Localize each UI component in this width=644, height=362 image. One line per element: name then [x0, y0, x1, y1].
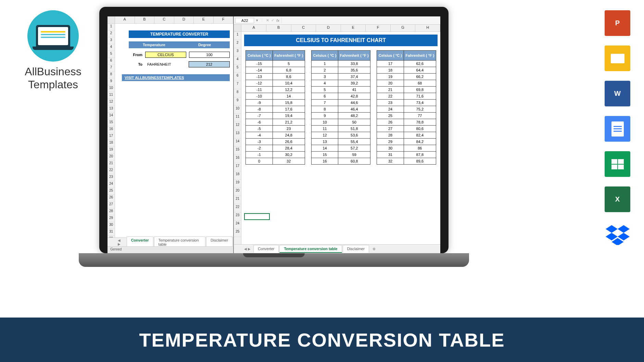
row-header[interactable]: 12 — [108, 99, 115, 106]
fx-icon[interactable]: fx — [276, 18, 279, 23]
sheet-tab[interactable]: Temperature conversion table — [279, 245, 342, 253]
table-row[interactable]: 3086 — [377, 145, 436, 152]
formula-input[interactable] — [281, 17, 439, 24]
row-header[interactable]: 2 — [234, 40, 241, 48]
row-header[interactable]: 13 — [108, 106, 115, 113]
column-header[interactable]: D — [316, 25, 341, 31]
row-header[interactable]: 19 — [234, 180, 241, 188]
column-header[interactable]: D — [174, 16, 194, 23]
row-header[interactable]: 26 — [108, 195, 115, 202]
column-header[interactable]: E — [194, 16, 214, 23]
sheet-tab[interactable]: Disclaimer — [343, 245, 369, 253]
table-row[interactable]: 133,8 — [311, 61, 370, 67]
column-header[interactable]: E — [341, 25, 366, 31]
table-row[interactable]: 1762,6 — [377, 61, 436, 67]
row-header[interactable]: 3 — [234, 48, 241, 56]
table-row[interactable]: 235,6 — [311, 67, 370, 74]
row-header[interactable]: 12 — [234, 122, 241, 130]
row-header[interactable]: 5 — [108, 51, 115, 58]
from-degree-cell[interactable]: 100 — [189, 52, 230, 58]
table-row[interactable]: 1559 — [311, 152, 370, 158]
row-header[interactable]: 14 — [108, 113, 115, 119]
column-header[interactable]: C — [291, 25, 316, 31]
table-row[interactable]: -146,8 — [246, 67, 305, 74]
row-header[interactable]: 27 — [108, 202, 115, 208]
table-row[interactable]: 032 — [246, 158, 305, 165]
row-header[interactable]: 17 — [108, 133, 115, 140]
column-header[interactable]: B — [266, 25, 291, 31]
row-header[interactable]: 22 — [234, 204, 241, 212]
table-row[interactable]: -155 — [246, 61, 305, 67]
row-header[interactable]: 2 — [108, 30, 115, 37]
row-header[interactable]: 6 — [234, 73, 241, 81]
row-header[interactable]: 18 — [108, 140, 115, 147]
row-header[interactable]: 23 — [108, 174, 115, 181]
column-header[interactable]: F — [366, 25, 391, 31]
select-all-corner-right[interactable] — [234, 25, 241, 31]
google-docs-icon[interactable] — [605, 116, 630, 142]
table-row[interactable]: 642,8 — [311, 93, 370, 100]
table-row[interactable]: 1151,8 — [311, 126, 370, 132]
row-header[interactable]: 14 — [234, 139, 241, 147]
row-header[interactable]: 11 — [108, 92, 115, 99]
row-header[interactable]: 4 — [234, 56, 241, 65]
add-sheet-icon[interactable]: ⊕ — [370, 247, 378, 251]
row-header[interactable]: 3 — [108, 37, 115, 44]
row-header[interactable]: 16 — [108, 126, 115, 133]
table-row[interactable]: 2169,8 — [377, 87, 436, 93]
row-header[interactable]: 29 — [108, 215, 115, 222]
google-sheets-icon[interactable] — [605, 151, 630, 177]
row-header[interactable]: 17 — [234, 163, 241, 171]
table-row[interactable]: 2373,4 — [377, 100, 436, 106]
row-header[interactable]: 22 — [108, 167, 115, 174]
table-row[interactable]: -138,6 — [246, 74, 305, 80]
table-row[interactable]: -817,6 — [246, 106, 305, 113]
excel-icon[interactable]: X — [605, 186, 630, 212]
row-header[interactable]: 8 — [108, 72, 115, 78]
column-header[interactable]: B — [135, 16, 155, 23]
row-header[interactable]: 9 — [108, 78, 115, 85]
row-header[interactable]: 4 — [108, 44, 115, 51]
table-row[interactable]: 1050 — [311, 119, 370, 126]
row-header[interactable]: 7 — [108, 65, 115, 72]
row-header[interactable]: 6 — [108, 58, 115, 65]
cells-area-right[interactable]: CELSIUS TO FAHRENHEIT CHART Celsius ( °C… — [241, 32, 440, 244]
column-header[interactable]: H — [415, 25, 440, 31]
table-row[interactable]: 2271,6 — [377, 93, 436, 100]
google-slides-icon[interactable] — [605, 46, 630, 71]
table-row[interactable]: -719,4 — [246, 113, 305, 119]
table-row[interactable]: 2984,2 — [377, 139, 436, 145]
column-header[interactable]: G — [391, 25, 416, 31]
word-icon[interactable]: W — [605, 81, 630, 106]
row-header[interactable]: 23 — [234, 212, 241, 221]
row-header[interactable]: 21 — [234, 196, 241, 204]
row-header[interactable]: 9 — [234, 98, 241, 106]
column-header[interactable]: A — [241, 25, 266, 31]
table-row[interactable]: 2780,6 — [377, 126, 436, 132]
row-header[interactable]: 5 — [234, 65, 241, 73]
row-header[interactable]: 10 — [108, 85, 115, 92]
table-row[interactable]: -228,4 — [246, 145, 305, 152]
row-header[interactable]: 15 — [108, 119, 115, 126]
table-row[interactable]: 1864,4 — [377, 67, 436, 74]
table-row[interactable]: 2475,2 — [377, 106, 436, 113]
table-row[interactable]: -523 — [246, 126, 305, 132]
cells-area-left[interactable]: TEMPERATURE CONVERTER Temperature Degree… — [115, 24, 233, 237]
table-row[interactable]: 541 — [311, 87, 370, 93]
row-header[interactable]: 31 — [108, 229, 115, 236]
table-row[interactable]: 3289,6 — [377, 158, 436, 165]
row-header[interactable]: 30 — [108, 222, 115, 229]
table-row[interactable]: 1457,2 — [311, 145, 370, 152]
row-header[interactable]: 24 — [234, 221, 241, 229]
dropdown-icon[interactable]: ▾ — [256, 18, 258, 23]
table-row[interactable]: -130,2 — [246, 152, 305, 158]
row-header[interactable]: 16 — [234, 155, 241, 163]
table-row[interactable]: 2678,8 — [377, 119, 436, 126]
cancel-icon[interactable]: ✕ — [266, 18, 269, 23]
table-row[interactable]: 2068 — [377, 80, 436, 87]
name-box[interactable]: A22 — [235, 18, 254, 23]
row-header[interactable]: 24 — [108, 181, 115, 188]
powerpoint-icon[interactable]: P — [605, 10, 630, 36]
table-row[interactable]: 439,2 — [311, 80, 370, 87]
row-header[interactable]: 11 — [234, 114, 241, 122]
